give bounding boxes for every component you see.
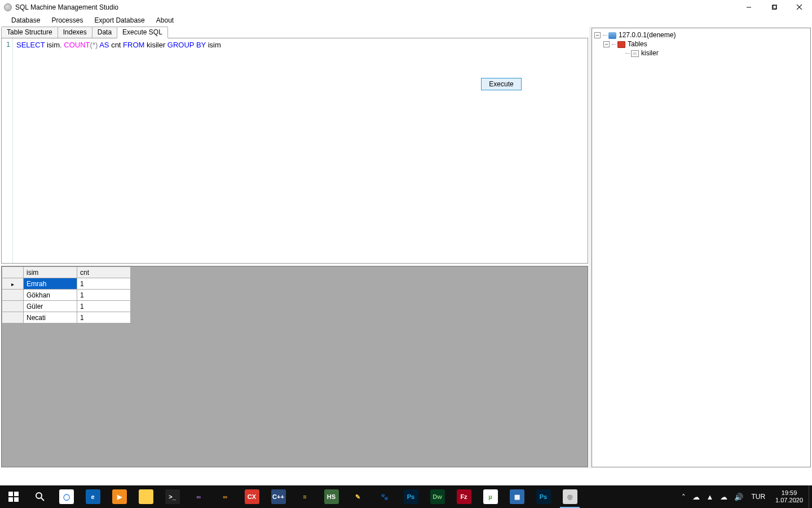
language-indicator[interactable]: TUR — [747, 493, 770, 501]
tray-icon-1[interactable]: ☁ — [689, 493, 703, 501]
table-row[interactable]: Emrah1 — [2, 278, 131, 290]
clock[interactable]: 19:591.07.2020 — [770, 489, 809, 504]
cell-isim[interactable]: Gökhan — [24, 290, 77, 301]
column-header-isim[interactable]: isim — [24, 267, 77, 278]
tab-execute-sql[interactable]: Execute SQL — [117, 27, 168, 38]
taskbar-item-filezilla[interactable]: Fz — [451, 485, 477, 508]
row-header[interactable] — [2, 278, 24, 290]
maximize-button[interactable] — [761, 0, 787, 14]
app-icon — [4, 3, 12, 11]
tab-table-structure[interactable]: Table Structure — [1, 27, 58, 38]
cell-cnt[interactable]: 1 — [77, 301, 131, 312]
svg-rect-8 — [14, 497, 19, 502]
column-header-cnt[interactable]: cnt — [77, 267, 131, 278]
vs-icon: ∞ — [192, 489, 206, 504]
taskbar-item-chrome[interactable]: ◯ — [53, 485, 80, 508]
tray-icon-3[interactable]: ☁ — [717, 493, 731, 501]
taskbar-item-cmd[interactable]: >_ — [159, 485, 186, 508]
taskbar-item-gimp[interactable]: 🐾 — [371, 485, 398, 508]
ps2-icon: Ps — [536, 489, 551, 504]
utorrent-icon: µ — [483, 489, 498, 504]
tree-toggle-icon[interactable]: – — [594, 32, 601, 38]
cell-cnt[interactable]: 1 — [77, 312, 131, 323]
tab-strip: Table Structure Indexes Data Execute SQL — [0, 27, 589, 38]
tray-icon-4[interactable]: 🔊 — [731, 493, 747, 501]
winmerge-icon: ≡ — [298, 489, 312, 504]
row-header[interactable] — [2, 301, 24, 312]
row-header-corner[interactable] — [2, 267, 24, 278]
taskbar-item-ps2[interactable]: Ps — [530, 485, 557, 508]
taskmgr-icon: ▦ — [510, 489, 524, 504]
taskbar-item-thisapp[interactable]: ◎ — [557, 485, 583, 508]
taskbar-item-dw[interactable]: Dw — [424, 485, 451, 508]
taskbar-item-winmerge[interactable]: ≡ — [292, 485, 318, 508]
row-header[interactable] — [2, 312, 24, 323]
tree-label-server: 127.0.0.1(deneme) — [619, 31, 676, 39]
svg-rect-7 — [8, 497, 13, 502]
menu-processes[interactable]: Processes — [46, 15, 89, 26]
window-controls — [736, 0, 812, 14]
menu-about[interactable]: About — [151, 15, 179, 26]
tree-leaf-icon — [617, 50, 623, 56]
dw-icon: Dw — [430, 489, 445, 504]
gimp-icon: 🐾 — [377, 489, 392, 504]
taskbar-item-utorrent[interactable]: µ — [477, 485, 504, 508]
devcpp-icon: C++ — [271, 489, 286, 504]
cmd-icon: >_ — [165, 489, 180, 504]
taskbar: ◯e▶>_∞∞CXC++≡HS✎🐾PsDwFzµ▦Ps◎ ˄☁▲☁🔊TUR19:… — [0, 485, 812, 508]
svg-line-10 — [41, 498, 44, 501]
title-bar: SQL Machine Management Studio — [0, 0, 812, 14]
sql-editor[interactable]: 1 SELECT isim, COUNT(*) AS cnt FROM kisi… — [1, 38, 588, 264]
taskbar-item-edge[interactable]: e — [80, 485, 106, 508]
cell-cnt[interactable]: 1 — [77, 290, 131, 301]
results-grid[interactable]: isim cnt Emrah1Gökhan1Güler1Necati1 — [2, 266, 131, 323]
tree-node-server[interactable]: –127.0.0.1(deneme) — [593, 30, 809, 40]
taskbar-item-vs2[interactable]: ∞ — [212, 485, 239, 508]
table-row[interactable]: Necati1 — [2, 312, 131, 323]
cell-cnt[interactable]: 1 — [77, 278, 131, 290]
svg-rect-6 — [14, 492, 19, 496]
line-number: 1 — [2, 41, 12, 49]
close-button[interactable] — [787, 0, 812, 14]
show-desktop-button[interactable] — [809, 485, 812, 508]
taskbar-item-taskmgr[interactable]: ▦ — [504, 485, 530, 508]
left-pane: Table Structure Indexes Data Execute SQL… — [0, 27, 589, 468]
sql-code-area[interactable]: SELECT isim, COUNT(*) AS cnt FROM kisile… — [13, 38, 588, 263]
taskbar-item-explorer[interactable] — [133, 485, 159, 508]
tree-node-tables-folder[interactable]: –Tables — [593, 40, 809, 49]
explorer-icon — [139, 489, 153, 504]
tray-icon-2[interactable]: ▲ — [703, 493, 717, 501]
tree-label-tables: Tables — [628, 40, 647, 48]
ps-icon: Ps — [404, 489, 418, 504]
clock-date: 1.07.2020 — [775, 497, 803, 504]
taskbar-item-vs[interactable]: ∞ — [186, 485, 212, 508]
filezilla-icon: Fz — [457, 489, 471, 504]
tray-icon-0[interactable]: ˄ — [678, 493, 689, 501]
taskbar-item-ps[interactable]: Ps — [398, 485, 424, 508]
tree-node-table[interactable]: kisiler — [593, 49, 809, 58]
table-row[interactable]: Gökhan1 — [2, 290, 131, 301]
editor-gutter: 1 — [2, 38, 13, 263]
start-button[interactable] — [0, 485, 27, 508]
taskbar-item-wmplayer[interactable]: ▶ — [106, 485, 133, 508]
menu-bar: Database Processes Export Database About — [0, 14, 812, 27]
minimize-button[interactable] — [736, 0, 761, 14]
taskbar-item-cx[interactable]: CX — [239, 485, 265, 508]
server-icon — [608, 32, 616, 39]
execute-button[interactable]: Execute — [481, 78, 522, 90]
tab-indexes[interactable]: Indexes — [58, 27, 92, 38]
taskbar-item-hs[interactable]: HS — [318, 485, 345, 508]
search-button[interactable] — [27, 485, 53, 508]
table-row[interactable]: Güler1 — [2, 301, 131, 312]
cell-isim[interactable]: Güler — [24, 301, 77, 312]
taskbar-item-devcpp[interactable]: C++ — [265, 485, 292, 508]
svg-point-9 — [36, 493, 42, 498]
menu-export-database[interactable]: Export Database — [89, 15, 150, 26]
cell-isim[interactable]: Emrah — [24, 278, 77, 290]
cell-isim[interactable]: Necati — [24, 312, 77, 323]
row-header[interactable] — [2, 290, 24, 301]
taskbar-item-np[interactable]: ✎ — [345, 485, 371, 508]
tree-toggle-icon[interactable]: – — [603, 41, 610, 47]
tab-data[interactable]: Data — [92, 27, 117, 38]
menu-database[interactable]: Database — [6, 15, 46, 26]
